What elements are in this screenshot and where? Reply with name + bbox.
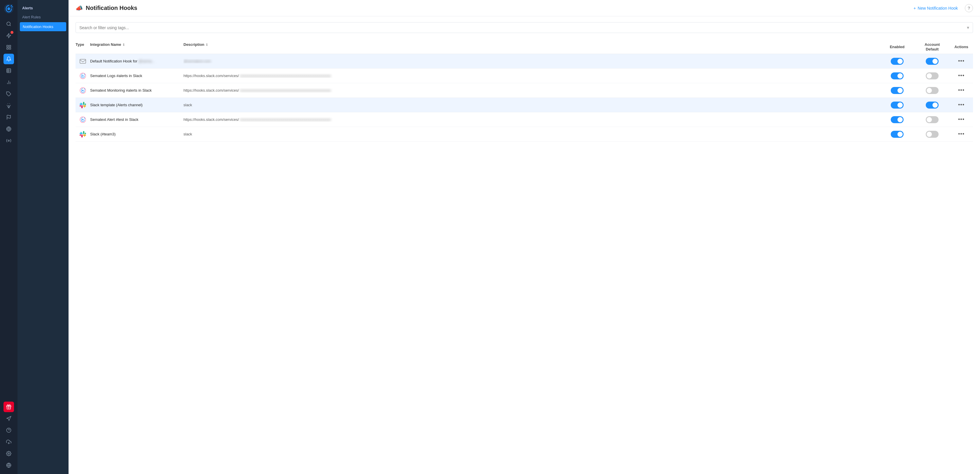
network-bottom-sidebar-icon[interactable] bbox=[3, 460, 14, 471]
row-4-description: slack bbox=[183, 103, 880, 107]
header: 📣 Notification Hooks + New Notification … bbox=[68, 0, 980, 16]
svg-point-22 bbox=[8, 453, 10, 455]
row-5-enabled-toggle[interactable] bbox=[880, 116, 915, 123]
row-5-account-default-toggle[interactable] bbox=[915, 116, 950, 123]
help-symbol: ? bbox=[968, 6, 970, 11]
svg-rect-4 bbox=[7, 45, 8, 47]
more-actions-button[interactable]: ••• bbox=[956, 115, 967, 124]
logo[interactable] bbox=[3, 3, 14, 14]
row-5-type-icon bbox=[76, 117, 90, 123]
row-1-integration-name: Default Notification Hook for @sema... bbox=[90, 59, 183, 63]
globe-sidebar-icon[interactable] bbox=[3, 124, 14, 134]
sidebar-item-notification-hooks[interactable]: Notification Hooks bbox=[20, 22, 66, 31]
more-actions-button[interactable]: ••• bbox=[956, 130, 967, 138]
row-1-actions[interactable]: ••• bbox=[950, 57, 973, 65]
chart-sidebar-icon[interactable] bbox=[3, 77, 14, 88]
table-row: Default Notification Hook for @sema... @… bbox=[76, 54, 973, 69]
svg-point-29 bbox=[82, 89, 83, 91]
row-5-description: https://hooks.slack.com/services/ xxxxxx… bbox=[183, 117, 880, 122]
table-row: Sematext Monitoring #alerts in Slack htt… bbox=[76, 83, 973, 98]
more-actions-button[interactable]: ••• bbox=[956, 57, 967, 65]
account-default-toggle-on[interactable] bbox=[926, 102, 939, 109]
grid-sidebar-icon[interactable] bbox=[3, 42, 14, 53]
row-2-account-default-toggle[interactable] bbox=[915, 72, 950, 80]
row-1-type-icon bbox=[76, 59, 90, 64]
search-input[interactable] bbox=[80, 26, 967, 30]
table-row: Slack (#team3) slack ••• bbox=[76, 127, 973, 142]
row-1-enabled-toggle[interactable] bbox=[880, 58, 915, 65]
new-notification-hook-button[interactable]: + New Notification Hook bbox=[910, 3, 961, 13]
row-6-integration-name: Slack (#team3) bbox=[90, 132, 183, 136]
row-3-enabled-toggle[interactable] bbox=[880, 87, 915, 94]
row-6-type-icon bbox=[76, 131, 90, 137]
svg-point-16 bbox=[8, 140, 10, 142]
svg-rect-7 bbox=[10, 48, 11, 49]
row-1-account-default-toggle[interactable] bbox=[915, 58, 950, 65]
sidebar-item-alert-rules[interactable]: Alert Rules bbox=[18, 13, 68, 22]
more-actions-button[interactable]: ••• bbox=[956, 101, 967, 109]
content-area: ▾ Type Integration Name ℹ Description ℹ … bbox=[68, 16, 980, 474]
row-6-description: slack bbox=[183, 132, 880, 136]
puzzle-sidebar-icon[interactable] bbox=[3, 89, 14, 99]
table-row: Slack template (Alerts channel) slack ••… bbox=[76, 98, 973, 112]
row-2-actions[interactable]: ••• bbox=[950, 72, 973, 80]
enabled-toggle-on[interactable] bbox=[891, 72, 904, 80]
search-bar[interactable]: ▾ bbox=[76, 22, 973, 33]
header-help-icon[interactable]: ? bbox=[965, 4, 973, 12]
description-column-header: Description ℹ bbox=[183, 42, 880, 51]
row-2-integration-name: Sematext Logs #alerts in Slack bbox=[90, 73, 183, 78]
integration-name-info-icon[interactable]: ℹ bbox=[123, 43, 124, 46]
nav-panel: Alerts Alert Rules Notification Hooks bbox=[18, 0, 68, 474]
row-6-account-default-toggle[interactable] bbox=[915, 131, 950, 138]
enabled-toggle-on[interactable] bbox=[891, 87, 904, 94]
enabled-toggle-on[interactable] bbox=[891, 131, 904, 138]
description-info-icon[interactable]: ℹ bbox=[206, 43, 207, 46]
enabled-column-header: Enabled bbox=[880, 42, 915, 51]
more-actions-button[interactable]: ••• bbox=[956, 86, 967, 94]
gift-sidebar-icon[interactable] bbox=[3, 402, 14, 412]
more-actions-button[interactable]: ••• bbox=[956, 72, 967, 80]
svg-marker-3 bbox=[7, 34, 11, 38]
settings-group-sidebar-icon[interactable] bbox=[3, 136, 14, 146]
nav-section-title: Alerts bbox=[18, 3, 68, 13]
account-default-toggle-off[interactable] bbox=[926, 72, 939, 80]
row-4-enabled-toggle[interactable] bbox=[880, 102, 915, 109]
enabled-toggle-on[interactable] bbox=[891, 116, 904, 123]
megaphone-sidebar-icon[interactable] bbox=[3, 413, 14, 424]
integration-name-column-header: Integration Name ℹ bbox=[90, 42, 183, 51]
row-6-actions[interactable]: ••• bbox=[950, 130, 973, 138]
help-sidebar-icon[interactable] bbox=[3, 425, 14, 436]
trophy-sidebar-icon[interactable] bbox=[3, 437, 14, 447]
row-3-description: https://hooks.slack.com/services/ xxxxxx… bbox=[183, 88, 880, 93]
header-icon: 📣 bbox=[76, 5, 83, 12]
row-2-enabled-toggle[interactable] bbox=[880, 72, 915, 80]
svg-rect-8 bbox=[7, 69, 11, 73]
page-title: Notification Hooks bbox=[86, 5, 910, 11]
bug-sidebar-icon[interactable] bbox=[3, 101, 14, 111]
table-sidebar-icon[interactable] bbox=[3, 65, 14, 76]
row-4-account-default-toggle[interactable] bbox=[915, 102, 950, 109]
gear-bottom-sidebar-icon[interactable] bbox=[3, 448, 14, 459]
account-default-toggle-on[interactable] bbox=[926, 58, 939, 65]
lightning-sidebar-icon[interactable] bbox=[3, 30, 14, 41]
row-3-actions[interactable]: ••• bbox=[950, 86, 973, 94]
row-5-actions[interactable]: ••• bbox=[950, 115, 973, 124]
svg-rect-5 bbox=[10, 45, 11, 47]
table-header: Type Integration Name ℹ Description ℹ En… bbox=[76, 40, 973, 54]
account-default-toggle-off[interactable] bbox=[926, 131, 939, 138]
row-3-integration-name: Sematext Monitoring #alerts in Slack bbox=[90, 88, 183, 93]
flag-sidebar-icon[interactable] bbox=[3, 112, 14, 123]
type-column-header: Type bbox=[76, 42, 90, 51]
search-sidebar-icon[interactable] bbox=[3, 19, 14, 29]
row-3-account-default-toggle[interactable] bbox=[915, 87, 950, 94]
hooks-table: Type Integration Name ℹ Description ℹ En… bbox=[76, 40, 973, 142]
svg-rect-25 bbox=[80, 59, 86, 63]
alerts-sidebar-icon[interactable] bbox=[3, 54, 14, 64]
row-6-enabled-toggle[interactable] bbox=[880, 131, 915, 138]
row-4-actions[interactable]: ••• bbox=[950, 101, 973, 109]
enabled-toggle-on[interactable] bbox=[891, 102, 904, 109]
enabled-toggle-on[interactable] bbox=[891, 58, 904, 65]
account-default-toggle-off[interactable] bbox=[926, 116, 939, 123]
row-2-type-icon bbox=[76, 73, 90, 79]
account-default-toggle-off[interactable] bbox=[926, 87, 939, 94]
